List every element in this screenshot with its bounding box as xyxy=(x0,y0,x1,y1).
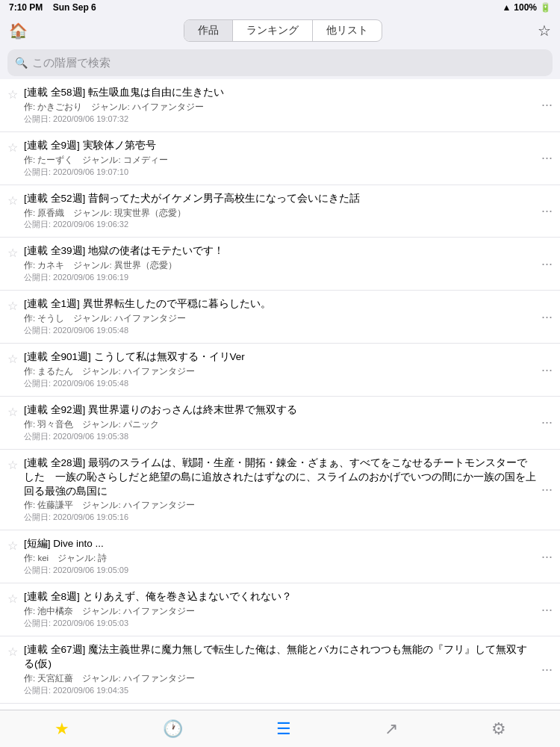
item-dots-10[interactable]: ··· xyxy=(541,662,553,678)
item-meta-3: 作: カネキ ジャンル: 異世界（恋愛） xyxy=(24,260,537,271)
item-title-10: [連載 全67週] 魔法主義世界に魔力無しで転生した俺は、無能とバカにされつつも… xyxy=(24,643,537,672)
list-item[interactable]: ☆ [連載 全58週] 転生吸血鬼は自由に生きたい 作: かきごおり ジャンル:… xyxy=(0,79,560,132)
favorite-button[interactable]: ☆ xyxy=(538,22,551,40)
top-nav: 🏠 作品 ランキング 他リスト ☆ xyxy=(0,15,560,48)
search-bar[interactable]: 🔍 この階層で検索 xyxy=(7,49,553,76)
item-dots-7[interactable]: ··· xyxy=(541,482,553,498)
status-bar: 7:10 PM Sun Sep 6 ▲ 100% 🔋 xyxy=(0,0,560,15)
item-content-6: [連載 全92週] 異世界還りのおっさんは終末世界で無双する 作: 羽々音色 ジ… xyxy=(24,403,537,442)
battery-icon: 🔋 xyxy=(540,2,551,13)
item-dots-9[interactable]: ··· xyxy=(541,602,553,618)
tab-ranking[interactable]: ランキング xyxy=(232,20,312,41)
item-date-8: 公開日: 2020/09/06 19:05:09 xyxy=(24,565,537,576)
item-content-9: [連載 全8週] とりあえず、俺を巻き込まないでくれない？ 作: 池中橘奈 ジャ… xyxy=(24,590,537,629)
item-title-9: [連載 全8週] とりあえず、俺を巻き込まないでくれない？ xyxy=(24,590,537,604)
item-content-5: [連載 全901週] こうして私は無双する・イリVer 作: まるたん ジャンル… xyxy=(24,350,537,389)
item-dots-2[interactable]: ··· xyxy=(541,203,553,219)
item-meta-9: 作: 池中橘奈 ジャンル: ハイファンタジー xyxy=(24,606,537,617)
bottom-settings-icon[interactable]: ⚙ xyxy=(479,716,518,742)
item-date-3: 公開日: 2020/09/06 19:06:19 xyxy=(24,272,537,283)
item-star-2[interactable]: ☆ xyxy=(7,193,18,208)
item-title-5: [連載 全901週] こうして私は無双する・イリVer xyxy=(24,350,537,365)
item-star-0[interactable]: ☆ xyxy=(7,87,18,102)
item-content-3: [連載 全39週] 地獄の使者はモテたいです！ 作: カネキ ジャンル: 異世界… xyxy=(24,244,537,283)
item-title-7: [連載 全28週] 最弱のスライムは、戦闘・生産・開拓・錬金・ざまぁ、すべてをこ… xyxy=(24,456,537,499)
item-content-7: [連載 全28週] 最弱のスライムは、戦闘・生産・開拓・錬金・ざまぁ、すべてをこ… xyxy=(24,456,537,524)
list-item[interactable]: ☆ [連載 全901週] こうして私は無双する・イリVer 作: まるたん ジャ… xyxy=(0,344,560,397)
item-date-10: 公開日: 2020/09/06 19:04:35 xyxy=(24,685,537,696)
bottom-star-icon[interactable]: ★ xyxy=(43,716,81,742)
battery-level: 100% xyxy=(514,2,537,13)
list-item[interactable]: ☆ [連載 全67週] 魔法主義世界に魔力無しで転生した俺は、無能とバカにされつ… xyxy=(0,636,560,704)
item-date-5: 公開日: 2020/09/06 19:05:48 xyxy=(24,378,537,389)
item-meta-2: 作: 原香織 ジャンル: 現実世界（恋愛） xyxy=(24,208,537,219)
item-meta-1: 作: たーずく ジャンル: コメディー xyxy=(24,155,537,166)
item-dots-8[interactable]: ··· xyxy=(541,549,553,565)
bottom-bar: ★ 🕐 ☰ ↗ ⚙ xyxy=(0,710,560,747)
item-star-3[interactable]: ☆ xyxy=(7,246,18,260)
item-meta-8: 作: kei ジャンル: 詩 xyxy=(24,553,537,564)
list-item[interactable]: ☆ [連載 全9週] 実験体ノ第壱号 作: たーずく ジャンル: コメディー 公… xyxy=(0,132,560,185)
item-date-2: 公開日: 2020/09/06 19:06:32 xyxy=(24,219,537,230)
item-title-2: [連載 全52週] 昔飼ってた犬がイケメン男子高校生になって会いにきた話 xyxy=(24,192,537,206)
tab-works[interactable]: 作品 xyxy=(184,20,232,41)
item-dots-5[interactable]: ··· xyxy=(541,362,553,378)
status-right: ▲ 100% 🔋 xyxy=(502,2,551,13)
item-star-5[interactable]: ☆ xyxy=(7,352,18,366)
item-content-10: [連載 全67週] 魔法主義世界に魔力無しで転生した俺は、無能とバカにされつつも… xyxy=(24,643,537,696)
search-icon: 🔍 xyxy=(15,57,28,69)
item-meta-5: 作: まるたん ジャンル: ハイファンタジー xyxy=(24,366,537,377)
item-title-0: [連載 全58週] 転生吸血鬼は自由に生きたい xyxy=(24,86,537,100)
item-star-6[interactable]: ☆ xyxy=(7,405,18,419)
item-star-9[interactable]: ☆ xyxy=(7,592,18,606)
list-item[interactable]: ☆ [連載 全39週] 地獄の使者はモテたいです！ 作: カネキ ジャンル: 異… xyxy=(0,238,560,291)
search-placeholder: この階層で検索 xyxy=(32,56,111,70)
item-dots-0[interactable]: ··· xyxy=(541,97,553,113)
item-star-7[interactable]: ☆ xyxy=(7,458,18,472)
item-meta-6: 作: 羽々音色 ジャンル: パニック xyxy=(24,419,537,430)
item-date-0: 公開日: 2020/09/06 19:07:32 xyxy=(24,114,537,125)
item-meta-4: 作: そうし ジャンル: ハイファンタジー xyxy=(24,313,537,324)
item-content-8: [短編] Dive into ... 作: kei ジャンル: 詩 公開日: 2… xyxy=(24,537,537,576)
item-date-7: 公開日: 2020/09/06 19:05:16 xyxy=(24,512,537,523)
list-item[interactable]: ☆ [連載 全52週] 昔飼ってた犬がイケメン男子高校生になって会いにきた話 作… xyxy=(0,185,560,238)
item-title-8: [短編] Dive into ... xyxy=(24,537,537,551)
item-title-6: [連載 全92週] 異世界還りのおっさんは終末世界で無双する xyxy=(24,403,537,418)
list-item[interactable]: ☆ [連載 全1週] 異世界転生したので平穏に暮らしたい。 作: そうし ジャン… xyxy=(0,291,560,344)
item-meta-7: 作: 佐藤謙平 ジャンル: ハイファンタジー xyxy=(24,500,537,511)
bottom-list-icon[interactable]: ☰ xyxy=(264,716,303,742)
item-dots-4[interactable]: ··· xyxy=(541,309,553,325)
item-dots-1[interactable]: ··· xyxy=(541,150,553,166)
item-content-0: [連載 全58週] 転生吸血鬼は自由に生きたい 作: かきごおり ジャンル: ハ… xyxy=(24,86,537,125)
list-item[interactable]: ☆ [連載 全92週] 異世界還りのおっさんは終末世界で無双する 作: 羽々音色… xyxy=(0,397,560,450)
item-star-10[interactable]: ☆ xyxy=(7,645,18,659)
bottom-share-icon[interactable]: ↗ xyxy=(373,716,410,742)
item-title-1: [連載 全9週] 実験体ノ第壱号 xyxy=(24,139,537,153)
item-title-4: [連載 全1週] 異世界転生したので平穏に暮らしたい。 xyxy=(24,297,537,311)
item-date-6: 公開日: 2020/09/06 19:05:38 xyxy=(24,431,537,442)
item-content-2: [連載 全52週] 昔飼ってた犬がイケメン男子高校生になって会いにきた話 作: … xyxy=(24,192,537,231)
list-item[interactable]: ☆ [短編] Dive into ... 作: kei ジャンル: 詩 公開日:… xyxy=(0,530,560,583)
item-content-4: [連載 全1週] 異世界転生したので平穏に暮らしたい。 作: そうし ジャンル:… xyxy=(24,297,537,336)
item-content-1: [連載 全9週] 実験体ノ第壱号 作: たーずく ジャンル: コメディー 公開日… xyxy=(24,139,537,178)
nav-tabs: 作品 ランキング 他リスト xyxy=(184,19,382,42)
item-date-1: 公開日: 2020/09/06 19:07:10 xyxy=(24,167,537,178)
list-item[interactable]: ☆ [連載 全28週] 最弱のスライムは、戦闘・生産・開拓・錬金・ざまぁ、すべて… xyxy=(0,450,560,531)
item-meta-10: 作: 天宮紅薔 ジャンル: ハイファンタジー xyxy=(24,673,537,684)
wifi-icon: ▲ xyxy=(502,2,511,13)
item-dots-3[interactable]: ··· xyxy=(541,256,553,272)
bottom-history-icon[interactable]: 🕐 xyxy=(151,716,195,742)
item-star-1[interactable]: ☆ xyxy=(7,140,18,155)
item-meta-0: 作: かきごおり ジャンル: ハイファンタジー xyxy=(24,102,537,113)
home-button[interactable]: 🏠 xyxy=(9,22,28,40)
item-date-9: 公開日: 2020/09/06 19:05:03 xyxy=(24,618,537,629)
tab-other[interactable]: 他リスト xyxy=(312,20,382,41)
list-item[interactable]: ☆ [連載 全8週] とりあえず、俺を巻き込まないでくれない？ 作: 池中橘奈 … xyxy=(0,583,560,636)
item-title-3: [連載 全39週] 地獄の使者はモテたいです！ xyxy=(24,244,537,258)
item-date-4: 公開日: 2020/09/06 19:05:48 xyxy=(24,325,537,336)
works-list: ☆ [連載 全58週] 転生吸血鬼は自由に生きたい 作: かきごおり ジャンル:… xyxy=(0,79,560,747)
status-time-date: 7:10 PM Sun Sep 6 xyxy=(9,2,96,13)
item-star-4[interactable]: ☆ xyxy=(7,299,18,313)
item-dots-6[interactable]: ··· xyxy=(541,415,553,430)
item-star-8[interactable]: ☆ xyxy=(7,539,18,553)
